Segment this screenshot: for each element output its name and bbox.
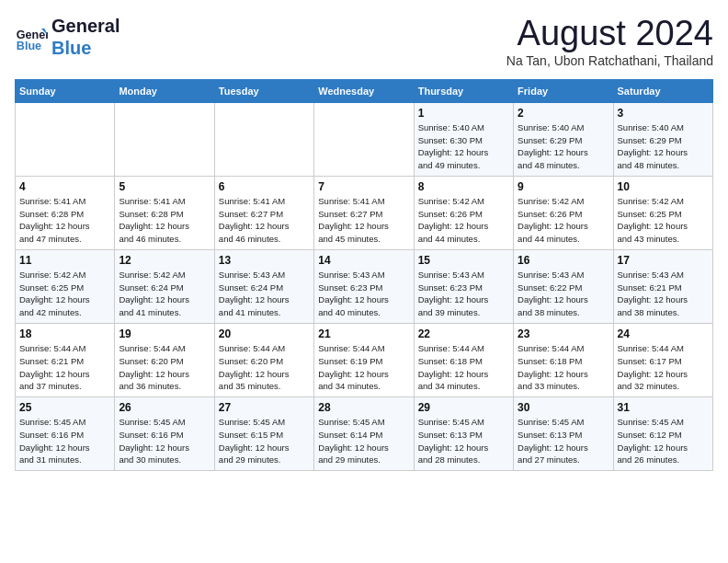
day-info: Sunrise: 5:43 AM Sunset: 6:22 PM Dayligh… [518,269,609,319]
day-info: Sunrise: 5:43 AM Sunset: 6:24 PM Dayligh… [219,269,310,319]
day-number: 22 [418,327,509,340]
page-header: General Blue General Blue August 2024 Na… [15,15,713,68]
day-info: Sunrise: 5:44 AM Sunset: 6:19 PM Dayligh… [318,342,409,393]
weekday-header-saturday: Saturday [613,79,712,102]
calendar-cell: 4Sunrise: 5:41 AM Sunset: 6:28 PM Daylig… [16,176,115,249]
day-number: 23 [518,327,609,340]
calendar-cell: 21Sunrise: 5:44 AM Sunset: 6:19 PM Dayli… [314,323,414,396]
calendar-cell: 27Sunrise: 5:45 AM Sunset: 6:15 PM Dayli… [214,397,313,471]
calendar-cell: 1Sunrise: 5:40 AM Sunset: 6:30 PM Daylig… [414,102,513,176]
calendar-cell: 28Sunrise: 5:45 AM Sunset: 6:14 PM Dayli… [314,397,414,471]
calendar-cell: 26Sunrise: 5:45 AM Sunset: 6:16 PM Dayli… [115,397,214,471]
weekday-header-friday: Friday [514,79,613,102]
day-number: 30 [518,401,609,414]
weekday-header-tuesday: Tuesday [214,79,313,102]
logo-line1: General [51,15,119,37]
day-number: 12 [119,254,210,267]
calendar-cell [16,102,115,176]
calendar-cell: 7Sunrise: 5:41 AM Sunset: 6:27 PM Daylig… [314,176,414,249]
title-block: August 2024 Na Tan, Ubon Ratchathani, Th… [506,15,713,68]
day-number: 16 [518,254,609,267]
calendar-cell: 17Sunrise: 5:43 AM Sunset: 6:21 PM Dayli… [613,249,712,323]
day-info: Sunrise: 5:42 AM Sunset: 6:25 PM Dayligh… [19,269,110,319]
day-info: Sunrise: 5:41 AM Sunset: 6:27 PM Dayligh… [318,195,409,246]
calendar-cell: 24Sunrise: 5:44 AM Sunset: 6:17 PM Dayli… [613,323,712,396]
calendar-cell: 8Sunrise: 5:42 AM Sunset: 6:26 PM Daylig… [414,176,513,249]
day-number: 6 [219,180,310,193]
day-info: Sunrise: 5:45 AM Sunset: 6:12 PM Dayligh… [618,416,709,466]
calendar-cell: 19Sunrise: 5:44 AM Sunset: 6:20 PM Dayli… [115,323,214,396]
logo-icon: General Blue [15,20,48,53]
calendar-cell: 15Sunrise: 5:43 AM Sunset: 6:23 PM Dayli… [414,249,513,323]
day-info: Sunrise: 5:42 AM Sunset: 6:26 PM Dayligh… [518,195,609,246]
day-info: Sunrise: 5:41 AM Sunset: 6:28 PM Dayligh… [119,195,210,246]
day-number: 21 [318,327,409,340]
day-number: 14 [318,254,409,267]
day-number: 10 [618,180,709,193]
weekday-header-monday: Monday [115,79,214,102]
day-info: Sunrise: 5:44 AM Sunset: 6:18 PM Dayligh… [418,342,509,393]
day-number: 4 [19,180,110,193]
logo: General Blue General Blue [15,15,119,59]
svg-text:Blue: Blue [17,40,41,52]
day-info: Sunrise: 5:41 AM Sunset: 6:27 PM Dayligh… [219,195,310,246]
calendar-cell: 25Sunrise: 5:45 AM Sunset: 6:16 PM Dayli… [16,397,115,471]
day-info: Sunrise: 5:43 AM Sunset: 6:21 PM Dayligh… [618,269,709,319]
day-info: Sunrise: 5:44 AM Sunset: 6:20 PM Dayligh… [119,342,210,393]
day-number: 31 [618,401,709,414]
day-number: 17 [618,254,709,267]
day-number: 5 [119,180,210,193]
day-info: Sunrise: 5:45 AM Sunset: 6:16 PM Dayligh… [119,416,210,466]
day-number: 28 [318,401,409,414]
location: Na Tan, Ubon Ratchathani, Thailand [506,53,713,68]
day-info: Sunrise: 5:44 AM Sunset: 6:17 PM Dayligh… [618,342,709,393]
day-info: Sunrise: 5:40 AM Sunset: 6:30 PM Dayligh… [418,121,509,172]
calendar-cell: 18Sunrise: 5:44 AM Sunset: 6:21 PM Dayli… [16,323,115,396]
calendar-cell: 30Sunrise: 5:45 AM Sunset: 6:13 PM Dayli… [514,397,613,471]
day-info: Sunrise: 5:44 AM Sunset: 6:20 PM Dayligh… [219,342,310,393]
calendar-cell: 14Sunrise: 5:43 AM Sunset: 6:23 PM Dayli… [314,249,414,323]
calendar-cell [314,102,414,176]
calendar-cell: 11Sunrise: 5:42 AM Sunset: 6:25 PM Dayli… [16,249,115,323]
day-number: 19 [119,327,210,340]
day-number: 26 [119,401,210,414]
calendar-cell: 16Sunrise: 5:43 AM Sunset: 6:22 PM Dayli… [514,249,613,323]
day-info: Sunrise: 5:42 AM Sunset: 6:26 PM Dayligh… [418,195,509,246]
day-number: 25 [19,401,110,414]
month-title: August 2024 [506,15,713,53]
day-number: 24 [618,327,709,340]
day-info: Sunrise: 5:43 AM Sunset: 6:23 PM Dayligh… [318,269,409,319]
calendar-cell: 12Sunrise: 5:42 AM Sunset: 6:24 PM Dayli… [115,249,214,323]
day-number: 2 [518,107,609,120]
calendar-cell: 2Sunrise: 5:40 AM Sunset: 6:29 PM Daylig… [514,102,613,176]
calendar-cell: 9Sunrise: 5:42 AM Sunset: 6:26 PM Daylig… [514,176,613,249]
day-info: Sunrise: 5:41 AM Sunset: 6:28 PM Dayligh… [19,195,110,246]
day-number: 20 [219,327,310,340]
day-info: Sunrise: 5:42 AM Sunset: 6:24 PM Dayligh… [119,269,210,319]
day-info: Sunrise: 5:44 AM Sunset: 6:18 PM Dayligh… [518,342,609,393]
day-number: 8 [418,180,509,193]
day-info: Sunrise: 5:42 AM Sunset: 6:25 PM Dayligh… [618,195,709,246]
calendar-cell: 10Sunrise: 5:42 AM Sunset: 6:25 PM Dayli… [613,176,712,249]
day-number: 3 [618,107,709,120]
calendar-cell: 6Sunrise: 5:41 AM Sunset: 6:27 PM Daylig… [214,176,313,249]
day-info: Sunrise: 5:44 AM Sunset: 6:21 PM Dayligh… [19,342,110,393]
day-number: 15 [418,254,509,267]
calendar-table: SundayMondayTuesdayWednesdayThursdayFrid… [15,79,713,471]
day-number: 13 [219,254,310,267]
day-info: Sunrise: 5:45 AM Sunset: 6:13 PM Dayligh… [518,416,609,466]
day-number: 7 [318,180,409,193]
day-info: Sunrise: 5:45 AM Sunset: 6:14 PM Dayligh… [318,416,409,466]
calendar-cell: 20Sunrise: 5:44 AM Sunset: 6:20 PM Dayli… [214,323,313,396]
calendar-cell: 23Sunrise: 5:44 AM Sunset: 6:18 PM Dayli… [514,323,613,396]
day-info: Sunrise: 5:45 AM Sunset: 6:16 PM Dayligh… [19,416,110,466]
day-number: 9 [518,180,609,193]
day-number: 18 [19,327,110,340]
logo-line2: Blue [51,37,119,59]
day-number: 27 [219,401,310,414]
day-number: 29 [418,401,509,414]
weekday-header-wednesday: Wednesday [314,79,414,102]
weekday-header-sunday: Sunday [16,79,115,102]
calendar-cell [214,102,313,176]
calendar-cell: 31Sunrise: 5:45 AM Sunset: 6:12 PM Dayli… [613,397,712,471]
